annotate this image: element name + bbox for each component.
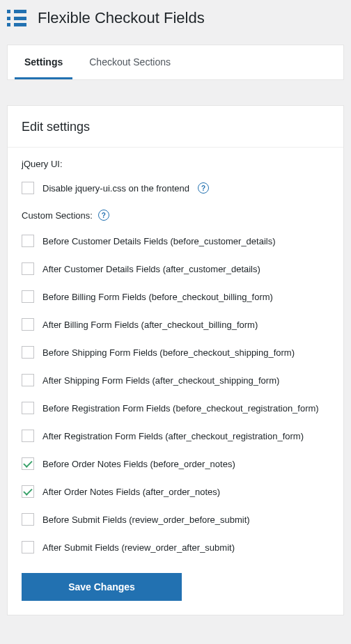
panel-title: Edit settings xyxy=(22,120,329,134)
custom-section-row: Before Customer Details Fields (before_c… xyxy=(22,235,329,247)
tabs: Settings Checkout Sections xyxy=(8,45,343,79)
jquery-ui-checkbox[interactable] xyxy=(22,182,34,194)
jquery-ui-checkbox-label[interactable]: Disable jquery-ui.css on the frontend xyxy=(42,183,189,194)
custom-section-checkbox[interactable] xyxy=(22,485,34,498)
custom-section-label[interactable]: After Shipping Form Fields (after_checko… xyxy=(42,375,279,386)
settings-panel: Edit settings jQuery UI: Disable jquery-… xyxy=(7,105,344,615)
submit-wrap: Save Changes xyxy=(22,573,329,601)
custom-section-label[interactable]: Before Billing Form Fields (before_check… xyxy=(42,292,273,302)
custom-section-checkbox[interactable] xyxy=(22,374,34,386)
tabs-container: Settings Checkout Sections xyxy=(7,45,344,80)
custom-section-row: After Shipping Form Fields (after_checko… xyxy=(22,374,329,386)
custom-section-label[interactable]: After Registration Form Fields (after_ch… xyxy=(42,431,304,441)
custom-section-checkbox[interactable] xyxy=(22,318,34,331)
custom-section-row: Before Submit Fields (review_order_befor… xyxy=(22,513,329,526)
help-icon[interactable]: ? xyxy=(198,182,209,194)
custom-section-row: After Billing Form Fields (after_checkou… xyxy=(22,318,329,331)
tab-checkout-sections[interactable]: Checkout Sections xyxy=(79,45,180,79)
custom-section-checkbox[interactable] xyxy=(22,346,34,359)
custom-section-label[interactable]: After Order Notes Fields (after_order_no… xyxy=(42,487,220,497)
jquery-ui-checkbox-row: Disable jquery-ui.css on the frontend ? xyxy=(22,182,329,194)
custom-section-row: Before Shipping Form Fields (before_chec… xyxy=(22,346,329,359)
custom-sections-group: Custom Sections: ? Before Customer Detai… xyxy=(22,210,329,553)
custom-section-label[interactable]: Before Order Notes Fields (before_order_… xyxy=(42,459,235,469)
tab-settings[interactable]: Settings xyxy=(15,45,72,79)
custom-section-checkbox[interactable] xyxy=(22,290,34,303)
custom-section-row: After Registration Form Fields (after_ch… xyxy=(22,430,329,442)
custom-section-label[interactable]: After Submit Fields (review_order_after_… xyxy=(42,542,235,553)
jquery-ui-label: jQuery UI: xyxy=(22,159,329,169)
custom-section-label[interactable]: Before Submit Fields (review_order_befor… xyxy=(42,515,250,525)
custom-section-checkbox[interactable] xyxy=(22,430,34,442)
list-icon xyxy=(7,8,26,28)
custom-section-row: Before Order Notes Fields (before_order_… xyxy=(22,457,329,470)
custom-section-checkbox[interactable] xyxy=(22,457,34,470)
help-icon[interactable]: ? xyxy=(98,210,109,221)
custom-section-checkbox[interactable] xyxy=(22,541,34,553)
custom-section-row: After Customer Details Fields (after_cus… xyxy=(22,262,329,275)
custom-section-label[interactable]: Before Registration Form Fields (before_… xyxy=(42,403,319,414)
panel-body: jQuery UI: Disable jquery-ui.css on the … xyxy=(8,148,343,615)
custom-section-row: After Order Notes Fields (after_order_no… xyxy=(22,485,329,498)
custom-sections-label: Custom Sections: ? xyxy=(22,210,329,221)
custom-section-label[interactable]: Before Shipping Form Fields (before_chec… xyxy=(42,347,295,358)
custom-section-row: Before Registration Form Fields (before_… xyxy=(22,402,329,414)
custom-section-checkbox[interactable] xyxy=(22,513,34,526)
page-title: Flexible Checkout Fields xyxy=(38,9,205,27)
custom-section-checkbox[interactable] xyxy=(22,402,34,414)
custom-section-checkbox[interactable] xyxy=(22,235,34,247)
custom-section-label[interactable]: Before Customer Details Fields (before_c… xyxy=(42,236,276,246)
custom-section-checkbox[interactable] xyxy=(22,262,34,275)
custom-section-row: After Submit Fields (review_order_after_… xyxy=(22,541,329,553)
custom-section-label[interactable]: After Billing Form Fields (after_checkou… xyxy=(42,320,258,330)
save-button[interactable]: Save Changes xyxy=(22,573,182,601)
custom-sections-label-text: Custom Sections: xyxy=(22,210,93,221)
panel-header: Edit settings xyxy=(8,106,343,148)
page-header: Flexible Checkout Fields xyxy=(0,0,351,45)
custom-section-label[interactable]: After Customer Details Fields (after_cus… xyxy=(42,264,260,274)
custom-section-row: Before Billing Form Fields (before_check… xyxy=(22,290,329,303)
custom-sections-list: Before Customer Details Fields (before_c… xyxy=(22,235,329,553)
